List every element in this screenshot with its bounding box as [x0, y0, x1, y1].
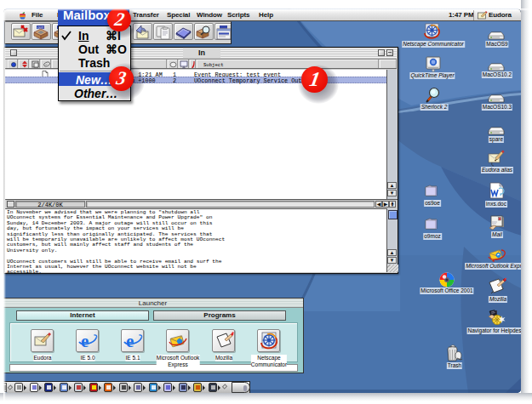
svg-text:e: e: [81, 331, 89, 351]
svg-text:e: e: [126, 331, 134, 351]
